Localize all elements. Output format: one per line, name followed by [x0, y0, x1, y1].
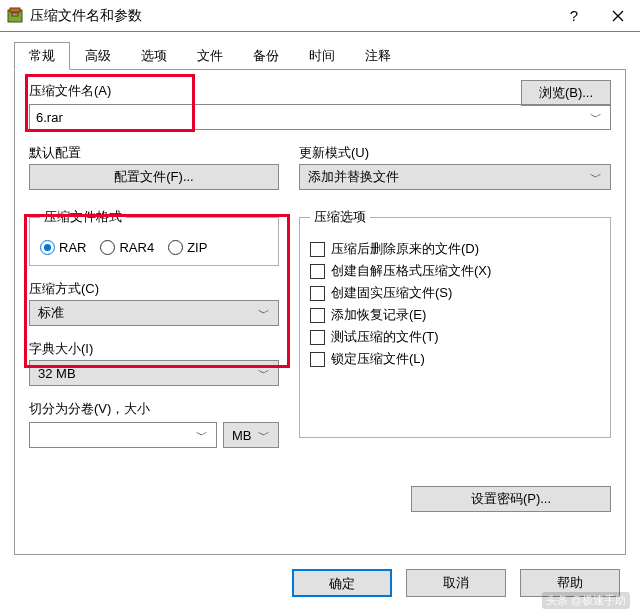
chevron-down-icon: ﹀: [196, 427, 208, 444]
split-unit-combo[interactable]: MB ﹀: [223, 422, 279, 448]
checkbox-icon: [310, 330, 325, 345]
update-mode-combo[interactable]: 添加并替换文件 ﹀: [299, 164, 611, 190]
options-fieldset: 压缩选项 压缩后删除原来的文件(D) 创建自解压格式压缩文件(X) 创建固实压缩…: [299, 208, 611, 438]
radio-zip[interactable]: ZIP: [168, 240, 207, 255]
ok-button[interactable]: 确定: [292, 569, 392, 597]
default-profile-label: 默认配置: [29, 144, 279, 162]
tab-panel-general: 浏览(B)... 压缩文件名(A) 6.rar ﹀ 默认配置 配置文件(F)..…: [14, 69, 626, 555]
dict-value: 32 MB: [38, 366, 76, 381]
radio-dot-icon: [100, 240, 115, 255]
close-button[interactable]: [596, 0, 640, 32]
chevron-down-icon: ﹀: [258, 427, 270, 444]
tab-comment[interactable]: 注释: [350, 42, 406, 70]
opt-delete-after[interactable]: 压缩后删除原来的文件(D): [310, 240, 600, 258]
checkbox-icon: [310, 352, 325, 367]
browse-button[interactable]: 浏览(B)...: [521, 80, 611, 106]
svg-rect-1: [10, 8, 20, 12]
update-mode-value: 添加并替换文件: [308, 168, 399, 186]
password-button[interactable]: 设置密码(P)...: [411, 486, 611, 512]
svg-rect-2: [12, 13, 18, 16]
checkbox-icon: [310, 286, 325, 301]
watermark: 头条 @极速手助: [542, 592, 630, 609]
chevron-down-icon: ﹀: [258, 305, 270, 322]
checkbox-icon: [310, 264, 325, 279]
titlebar: 压缩文件名和参数 ?: [0, 0, 640, 32]
tab-files[interactable]: 文件: [182, 42, 238, 70]
tab-bar: 常规 高级 选项 文件 备份 时间 注释: [14, 42, 626, 70]
help-button[interactable]: ?: [552, 0, 596, 32]
chevron-down-icon: ﹀: [590, 169, 602, 186]
split-unit: MB: [232, 428, 252, 443]
radio-dot-icon: [168, 240, 183, 255]
cancel-button[interactable]: 取消: [406, 569, 506, 597]
dict-label: 字典大小(I): [29, 340, 279, 358]
update-mode-label: 更新模式(U): [299, 144, 611, 162]
radio-rar[interactable]: RAR: [40, 240, 86, 255]
tab-general[interactable]: 常规: [14, 42, 70, 70]
window-title: 压缩文件名和参数: [30, 7, 552, 25]
chevron-down-icon: ﹀: [258, 365, 270, 382]
compression-method-label: 压缩方式(C): [29, 280, 279, 298]
dict-combo[interactable]: 32 MB ﹀: [29, 360, 279, 386]
compression-method-combo[interactable]: 标准 ﹀: [29, 300, 279, 326]
options-legend: 压缩选项: [310, 208, 370, 226]
filename-value: 6.rar: [36, 110, 63, 125]
opt-test[interactable]: 测试压缩的文件(T): [310, 328, 600, 346]
split-label: 切分为分卷(V)，大小: [29, 400, 279, 418]
profiles-button[interactable]: 配置文件(F)...: [29, 164, 279, 190]
checkbox-icon: [310, 308, 325, 323]
opt-lock[interactable]: 锁定压缩文件(L): [310, 350, 600, 368]
filename-input[interactable]: 6.rar ﹀: [29, 104, 611, 130]
radio-dot-icon: [40, 240, 55, 255]
tab-backup[interactable]: 备份: [238, 42, 294, 70]
split-size-combo[interactable]: ﹀: [29, 422, 217, 448]
opt-solid[interactable]: 创建固实压缩文件(S): [310, 284, 600, 302]
winrar-icon: [6, 7, 24, 25]
opt-sfx[interactable]: 创建自解压格式压缩文件(X): [310, 262, 600, 280]
tab-options[interactable]: 选项: [126, 42, 182, 70]
chevron-down-icon: ﹀: [590, 109, 602, 126]
format-fieldset: 压缩文件格式 RAR RAR4 ZIP: [29, 208, 279, 266]
radio-rar4[interactable]: RAR4: [100, 240, 154, 255]
format-legend: 压缩文件格式: [40, 208, 126, 226]
opt-recovery[interactable]: 添加恢复记录(E): [310, 306, 600, 324]
checkbox-icon: [310, 242, 325, 257]
tab-advanced[interactable]: 高级: [70, 42, 126, 70]
tab-time[interactable]: 时间: [294, 42, 350, 70]
compression-method-value: 标准: [38, 304, 64, 322]
